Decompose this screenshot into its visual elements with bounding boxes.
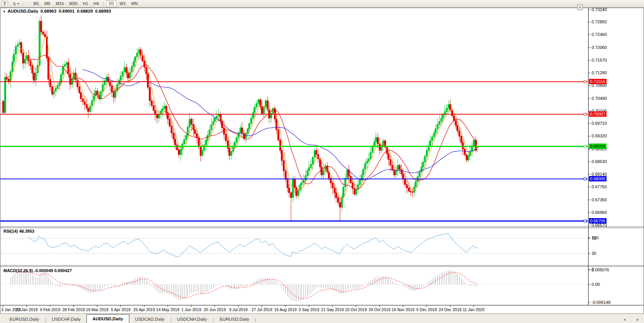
chart-tab-usdcad-daily[interactable]: USDCAD,Daily bbox=[129, 315, 170, 323]
chart-tab-usdchf-daily[interactable]: USDCHF,Daily bbox=[46, 315, 86, 323]
price-tick-label: 0.72850 bbox=[592, 20, 607, 24]
rsi-tick-label: 70 bbox=[592, 236, 596, 241]
timeframe-button-group: M1M5M15M30H1H4D1W1MN bbox=[31, 0, 140, 7]
date-tick-label: 19 Mar 2019 bbox=[86, 307, 108, 312]
price-tick-label: 0.66960 bbox=[592, 210, 607, 215]
price-level-badge: 0.71016 bbox=[589, 79, 607, 84]
date-tick-label: 9 Jul 2019 bbox=[229, 307, 248, 312]
date-tick-label: 15 Aug 2019 bbox=[274, 307, 297, 312]
price-tick-label: 0.68530 bbox=[592, 159, 607, 164]
date-tick-label: 27 Jul 2019 bbox=[251, 307, 272, 312]
date-tick-label: 21 Sep 2019 bbox=[321, 307, 344, 312]
chevron-down-icon: ▼ bbox=[17, 1, 20, 7]
price-tick-label: 0.69320 bbox=[592, 134, 607, 138]
ohlc-low: 0.68829 bbox=[77, 9, 93, 13]
date-tick-label: 16 Nov 2019 bbox=[392, 307, 415, 312]
ma-45-line bbox=[83, 70, 477, 180]
price-tick-label: 0.73240 bbox=[592, 7, 607, 12]
candlestick-mode-icon: ⇅ bbox=[13, 1, 16, 7]
horizontal-level-lines[interactable] bbox=[0, 81, 588, 222]
tab-separator: | bbox=[255, 318, 256, 322]
chart-tab-audusd-daily[interactable]: AUDUSD,Daily bbox=[86, 314, 129, 323]
price-level-badge: 0.70007 bbox=[589, 111, 607, 117]
toolbar: T ⇅ ▼ M1M5M15M30H1H4D1W1MN bbox=[0, 0, 644, 8]
price-tick-label: 0.69710 bbox=[592, 121, 607, 126]
timeframe-button-w1[interactable]: W1 bbox=[117, 0, 129, 7]
timeframe-button-m5[interactable]: M5 bbox=[42, 0, 53, 7]
date-tick-label: 14 May 2019 bbox=[156, 307, 179, 312]
text-tool-button[interactable]: T bbox=[2, 1, 8, 7]
price-tick-label: 0.67350 bbox=[592, 197, 607, 202]
toolbar-grip[interactable] bbox=[28, 2, 29, 6]
date-tick-label: 20 Jun 2019 bbox=[204, 307, 226, 312]
chart-tab-bar: EURUSD,Daily|USDCHF,DailyAUDUSD,DailyUSD… bbox=[0, 313, 644, 323]
collapse-chart-icon[interactable]: ▼ bbox=[3, 10, 6, 13]
date-tick-label: 22 Jan 2019 bbox=[16, 307, 38, 312]
chart-tab-usdcnh-daily[interactable]: USDCNH,Daily bbox=[171, 315, 213, 323]
date-tick-label: 5 Dec 2019 bbox=[416, 307, 437, 312]
price-tick-label: 0.72460 bbox=[592, 32, 607, 37]
panel-frame bbox=[0, 8, 644, 313]
date-tick-label: 1 Jun 2019 bbox=[181, 307, 201, 312]
tab-scroll-left-icon[interactable]: ◄ bbox=[623, 318, 626, 321]
date-tick-label: 25 Apr 2019 bbox=[134, 307, 155, 312]
ohlc-close: 0.68993 bbox=[95, 9, 111, 13]
price-tick-label: 0.71280 bbox=[592, 70, 607, 75]
rsi-series bbox=[0, 233, 588, 257]
macd-tick-label: -0.006148 bbox=[592, 300, 611, 305]
timeframe-button-h4[interactable]: H4 bbox=[91, 0, 101, 7]
timeframe-button-m30[interactable]: M30 bbox=[67, 0, 80, 7]
chart-mode-button[interactable]: ⇅ ▼ bbox=[11, 1, 21, 7]
date-tick-label: 6 Apr 2019 bbox=[111, 307, 130, 312]
macd-tick-label: 0.00 bbox=[592, 282, 600, 287]
moving-averages bbox=[10, 36, 477, 199]
timeframe-button-h1[interactable]: H1 bbox=[80, 0, 91, 7]
ma-5-line bbox=[10, 36, 477, 199]
chart-title: ▼AUDUSD,Daily0.689630.690010.688290.6899… bbox=[3, 9, 111, 13]
macd-series bbox=[0, 269, 588, 302]
date-tick-label: 11 Jan 2020 bbox=[463, 307, 484, 312]
macd-signal-line bbox=[25, 272, 478, 299]
trading-terminal-window: T ⇅ ▼ M1M5M15M30H1H4D1W1MN ▲ ▼AUDUSD,Dai… bbox=[0, 0, 644, 323]
date-tick-label: 28 Feb 2019 bbox=[62, 307, 85, 312]
ohlc-open: 0.68963 bbox=[41, 9, 57, 13]
chart-window: ▲ ▼AUDUSD,Daily0.689630.690010.688290.68… bbox=[0, 8, 644, 313]
chart-tab-eurusd-daily[interactable]: EURUSD,Daily bbox=[4, 315, 45, 323]
date-tick-label: 24 Dec 2019 bbox=[439, 307, 462, 312]
price-level-badge: 0.66706 bbox=[589, 218, 607, 223]
rsi-indicator-label: RSI(14) 48.3953 bbox=[3, 229, 34, 233]
timeframe-button-d1[interactable]: D1 bbox=[106, 0, 117, 7]
price-tick-label: 0.67750 bbox=[592, 184, 607, 189]
price-tick-label: 0.71670 bbox=[592, 58, 607, 62]
scroll-up-button[interactable]: ▲ bbox=[577, 5, 583, 10]
timeframe-button-m1[interactable]: M1 bbox=[31, 0, 42, 7]
date-tick-label: 9 Feb 2019 bbox=[40, 307, 60, 312]
price-tick-label: 0.72060 bbox=[592, 45, 607, 50]
price-tick-label: 0.68140 bbox=[592, 172, 607, 176]
toolbar-separator bbox=[24, 1, 24, 6]
price-tick-label: 0.70490 bbox=[592, 96, 607, 101]
date-tick-label: 3 Sep 2019 bbox=[299, 307, 320, 312]
symbol-label: AUDUSD,Daily bbox=[8, 9, 38, 13]
macd-indicator-label: MACD(12,26,9) -0.000049 0.000427 bbox=[3, 268, 72, 273]
macd-tick-label: 0.005076 bbox=[592, 268, 609, 272]
price-level-badge: 0.69010 bbox=[589, 144, 607, 149]
chart-canvas[interactable] bbox=[0, 8, 644, 313]
rsi-tick-label: 30 bbox=[592, 251, 596, 256]
timeframe-button-m15[interactable]: M15 bbox=[53, 0, 66, 7]
date-tick-label: 29 Oct 2019 bbox=[368, 307, 390, 312]
timeframe-button-mn[interactable]: MN bbox=[129, 0, 140, 7]
candlestick-series bbox=[3, 16, 478, 221]
toolbar-separator bbox=[103, 1, 104, 6]
chart-tab-eurusd-daily[interactable]: EURUSD,Daily bbox=[214, 315, 255, 323]
date-tick-label: 10 Oct 2019 bbox=[345, 307, 367, 312]
ohlc-high: 0.69001 bbox=[59, 9, 75, 13]
tab-scroll-right-icon[interactable]: ► bbox=[636, 318, 639, 321]
price-level-badge: 0.68000 bbox=[589, 176, 607, 181]
